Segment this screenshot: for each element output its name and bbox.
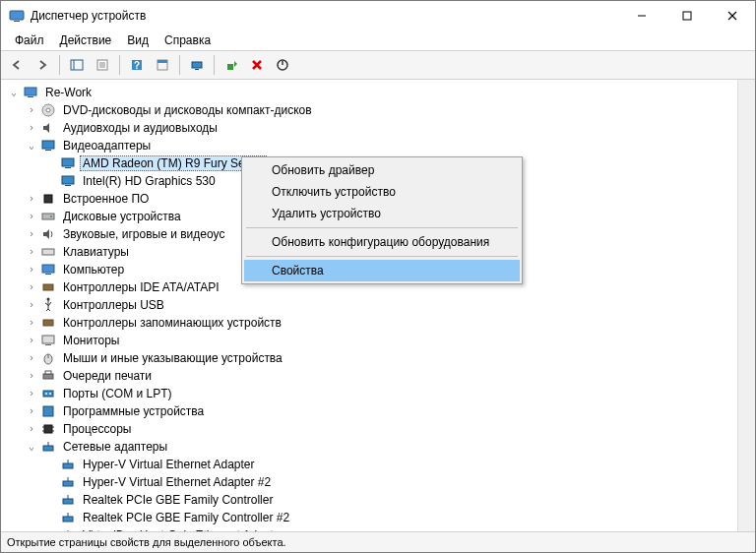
tree-root[interactable]: ⌄ Re-Work: [5, 84, 737, 101]
tree-label: Видеоадаптеры: [60, 138, 154, 154]
expand-icon[interactable]: ›: [25, 263, 38, 276]
tree-label: VirtualBox Host-Only Ethernet Adapter: [80, 527, 287, 531]
tree-item-net[interactable]: › Realtek PCIe GBE Family Controller #2: [5, 509, 737, 526]
vertical-scrollbar[interactable]: [737, 80, 755, 531]
tree-category-cpu[interactable]: › Процессоры: [5, 420, 737, 438]
svg-rect-66: [63, 517, 73, 522]
expand-icon[interactable]: ›: [25, 369, 38, 383]
svg-rect-48: [45, 371, 51, 374]
collapse-icon[interactable]: ⌄: [25, 440, 38, 454]
svg-point-25: [46, 108, 50, 112]
svg-rect-16: [192, 62, 202, 68]
expand-icon[interactable]: ›: [25, 422, 38, 436]
window-title: Диспетчер устройств: [31, 9, 619, 23]
expand-icon[interactable]: ›: [25, 351, 38, 365]
svg-rect-38: [42, 265, 54, 273]
expand-icon[interactable]: ›: [25, 103, 38, 117]
tree-category-usb[interactable]: › Контроллеры USB: [5, 296, 737, 314]
menu-file[interactable]: Файл: [7, 31, 52, 49]
tb-show-hide[interactable]: [65, 53, 89, 77]
tree-label: Мониторы: [60, 333, 122, 348]
expand-icon[interactable]: ›: [25, 404, 38, 418]
tb-scan-icon[interactable]: [185, 53, 209, 77]
expand-icon[interactable]: ›: [25, 192, 38, 206]
minimize-button[interactable]: [619, 1, 664, 31]
svg-rect-44: [45, 344, 51, 345]
tb-back[interactable]: [5, 53, 29, 77]
collapse-icon[interactable]: ⌄: [25, 139, 38, 153]
tree-category-ports[interactable]: › Порты (COM и LPT): [5, 385, 737, 402]
storage-icon: [40, 315, 56, 331]
svg-rect-28: [62, 158, 74, 166]
svg-rect-23: [28, 96, 33, 97]
expand-icon[interactable]: ›: [25, 245, 38, 259]
toolbar: ?: [1, 50, 755, 80]
sound-icon: [40, 226, 56, 242]
tree-label: Звуковые, игровые и видеоус: [60, 226, 227, 242]
tree-item-net[interactable]: › Hyper-V Virtual Ethernet Adapter: [5, 456, 737, 473]
tree-category-print[interactable]: › Очереди печати: [5, 367, 737, 385]
tree-category-storage[interactable]: › Контроллеры запоминающих устройств: [5, 314, 737, 332]
tree-label: Программные устройства: [60, 403, 207, 419]
menu-help[interactable]: Справка: [157, 31, 219, 49]
close-button[interactable]: [710, 1, 755, 31]
mouse-icon: [40, 350, 56, 366]
tree-label: DVD-дисководы и дисководы компакт-дисков: [60, 102, 315, 118]
tb-properties[interactable]: [91, 53, 114, 77]
maximize-button[interactable]: [664, 1, 710, 31]
expand-icon[interactable]: ›: [25, 210, 38, 223]
tree-category-software[interactable]: › Программные устройства: [5, 402, 737, 420]
ctx-remove-device[interactable]: Удалить устройство: [244, 203, 520, 224]
expand-icon[interactable]: ›: [25, 227, 38, 241]
svg-rect-43: [42, 336, 54, 343]
ctx-scan-hardware[interactable]: Обновить конфигурацию оборудования: [244, 231, 520, 253]
expand-icon[interactable]: ›: [25, 387, 38, 400]
tb-update-driver[interactable]: [220, 53, 243, 77]
tree-category-mice[interactable]: › Мыши и иные указывающие устройства: [5, 349, 737, 367]
disk-icon: [40, 209, 56, 224]
tree-category-dvd[interactable]: › DVD-дисководы и дисководы компакт-диск…: [5, 101, 737, 119]
expand-icon[interactable]: ›: [25, 334, 38, 347]
ctx-disable-device[interactable]: Отключить устройство: [244, 181, 520, 203]
network-icon: [60, 510, 76, 525]
ctx-update-driver[interactable]: Обновить драйвер: [244, 159, 520, 181]
device-tree[interactable]: ⌄ Re-Work › DVD-дисководы и дисководы ко…: [1, 80, 737, 531]
tb-action[interactable]: [151, 53, 174, 77]
svg-rect-30: [62, 176, 74, 184]
tree-item-net[interactable]: › VirtualBox Host-Only Ethernet Adapter: [5, 526, 737, 531]
tb-uninstall[interactable]: [245, 53, 269, 77]
display-icon: [60, 173, 76, 189]
network-icon: [60, 457, 76, 472]
controller-icon: [40, 279, 56, 295]
svg-rect-6: [71, 60, 83, 70]
svg-text:?: ?: [134, 60, 140, 71]
tb-separator: [119, 55, 120, 75]
ctx-properties[interactable]: Свойства: [244, 260, 520, 281]
svg-rect-17: [195, 69, 199, 70]
tb-forward[interactable]: [31, 53, 54, 77]
tree-label: Hyper-V Virtual Ethernet Adapter #2: [80, 474, 274, 490]
tree-item-net[interactable]: › Hyper-V Virtual Ethernet Adapter #2: [5, 473, 737, 491]
svg-rect-62: [63, 481, 73, 486]
tb-help[interactable]: ?: [125, 53, 149, 77]
tree-item-net[interactable]: › Realtek PCIe GBE Family Controller: [5, 491, 737, 509]
expand-icon[interactable]: ›: [25, 121, 38, 135]
expand-icon[interactable]: ›: [25, 280, 38, 294]
menu-view[interactable]: Вид: [119, 31, 157, 49]
svg-rect-40: [43, 284, 53, 290]
content-area: ⌄ Re-Work › DVD-дисководы и дисководы ко…: [1, 80, 755, 531]
tb-disable[interactable]: [271, 53, 294, 77]
titlebar[interactable]: Диспетчер устройств: [1, 1, 755, 31]
tree-category-video[interactable]: ⌄ Видеоадаптеры: [5, 137, 737, 154]
tree-category-monitors[interactable]: › Мониторы: [5, 332, 737, 349]
ctx-separator: [246, 227, 518, 228]
keyboard-icon: [40, 244, 56, 260]
menu-action[interactable]: Действие: [52, 31, 120, 49]
collapse-icon[interactable]: ⌄: [7, 86, 21, 99]
expand-icon[interactable]: ›: [25, 316, 38, 330]
display-icon: [60, 155, 76, 171]
menubar: Файл Действие Вид Справка: [1, 31, 755, 50]
tree-category-net[interactable]: ⌄ Сетевые адаптеры: [5, 438, 737, 456]
expand-icon[interactable]: ›: [25, 298, 38, 312]
tree-category-audio[interactable]: › Аудиовходы и аудиовыходы: [5, 119, 737, 137]
